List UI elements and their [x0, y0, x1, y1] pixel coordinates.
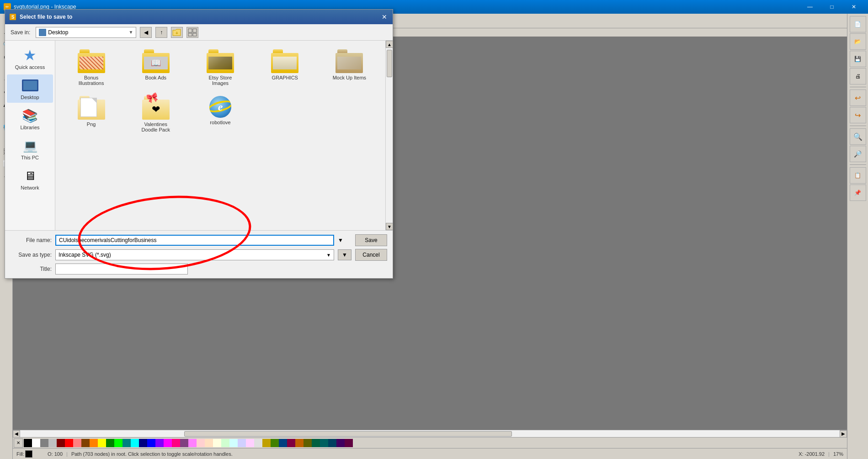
save-as-type-dropdown-trigger[interactable]: ▼	[338, 249, 351, 260]
mockup-overlay	[337, 57, 361, 69]
save-as-type-dropdown[interactable]: Inkscape SVG (*.svg) ▼	[55, 249, 334, 260]
right-btn-zoom-out[interactable]: 🔎	[850, 146, 866, 162]
file-item-book-ads[interactable]: 📖 Book Ads	[125, 46, 186, 89]
color-swatch[interactable]	[65, 439, 73, 447]
file-item-png[interactable]: Png	[61, 93, 122, 136]
sidebar-item-network[interactable]: 🖥 Network	[7, 165, 53, 193]
right-btn-open[interactable]: 📂	[850, 33, 866, 50]
color-swatch[interactable]	[279, 439, 287, 447]
color-swatch[interactable]	[304, 439, 312, 447]
scroll-up-arrow[interactable]: ▲	[386, 41, 393, 48]
color-swatch[interactable]	[139, 439, 147, 447]
file-item-robotlove[interactable]: e robotlove	[190, 93, 250, 136]
sidebar-item-libraries[interactable]: 📚 Libraries	[7, 105, 53, 133]
fill-label: Fill:	[16, 451, 24, 457]
close-button[interactable]: ✕	[843, 0, 864, 14]
color-swatch[interactable]	[73, 439, 81, 447]
file-name-dropdown-arrow[interactable]: ▼	[338, 237, 351, 243]
file-item-valentines[interactable]: ❤ 🎀 Valentines Doodle Pack	[125, 93, 186, 136]
dialog-title-bar: S Select file to save to ✕	[5, 10, 393, 24]
color-swatch[interactable]	[254, 439, 262, 447]
book-overlay: 📖	[144, 57, 168, 69]
svg-text:+: +	[176, 31, 178, 36]
file-name-row: File name: ▼ Save	[11, 234, 387, 246]
scroll-track[interactable]	[386, 48, 393, 223]
file-item-bonus-illustrations[interactable]: Bonus Illustrations	[61, 46, 122, 89]
right-btn-redo[interactable]: ↪	[850, 107, 866, 123]
cancel-button[interactable]: Cancel	[355, 249, 387, 261]
color-swatch[interactable]	[262, 439, 271, 447]
color-swatch[interactable]	[48, 439, 57, 447]
h-scrollbar[interactable]: ◀ ▶	[13, 430, 847, 437]
color-swatch[interactable]	[188, 439, 197, 447]
right-btn-save[interactable]: 💾	[850, 51, 866, 67]
mock-up-items-folder-icon	[335, 49, 363, 73]
sidebar-item-quick-access[interactable]: ★ Quick access	[7, 44, 53, 73]
minimize-button[interactable]: —	[799, 0, 820, 14]
back-button[interactable]: ◀	[140, 27, 152, 38]
h-scroll-thumb[interactable]	[184, 431, 512, 437]
file-item-graphics[interactable]: GRAPHICS	[255, 46, 315, 89]
color-swatch[interactable]	[205, 439, 213, 447]
color-swatch[interactable]	[229, 439, 238, 447]
no-color-swatch[interactable]: ✕	[14, 438, 23, 448]
scroll-thumb[interactable]	[387, 50, 392, 77]
color-swatch[interactable]	[122, 439, 131, 447]
h-scroll-track[interactable]	[20, 430, 840, 437]
scroll-right-btn[interactable]: ▶	[840, 430, 847, 438]
right-btn-zoom-in[interactable]: 🔍	[850, 128, 866, 145]
color-swatch[interactable]	[328, 439, 336, 447]
scroll-down-arrow[interactable]: ▼	[386, 223, 393, 230]
scroll-left-btn[interactable]: ◀	[13, 430, 20, 438]
file-name-input[interactable]	[55, 235, 334, 246]
right-btn-copy[interactable]: 📋	[850, 167, 866, 184]
title-input[interactable]	[55, 264, 188, 274]
desktop-icon	[22, 77, 38, 94]
color-swatch[interactable]	[147, 439, 155, 447]
color-swatch[interactable]	[98, 439, 106, 447]
zoom-level: 17%	[833, 451, 843, 457]
right-btn-new[interactable]: 📄	[850, 16, 866, 32]
color-swatch[interactable]	[90, 439, 98, 447]
file-item-etsy-store[interactable]: Etsy Store Images	[190, 46, 250, 89]
color-swatch[interactable]	[24, 439, 32, 447]
graphics-folder-icon	[271, 49, 298, 73]
color-swatch[interactable]	[32, 439, 40, 447]
color-swatch[interactable]	[164, 439, 172, 447]
color-swatch[interactable]	[213, 439, 221, 447]
save-in-dropdown[interactable]: Desktop ▼	[36, 27, 136, 38]
view-options-button[interactable]: ▼	[186, 27, 198, 38]
color-swatch[interactable]	[271, 439, 279, 447]
maximize-button[interactable]: □	[821, 0, 842, 14]
save-button[interactable]: Save	[355, 234, 387, 246]
color-swatch[interactable]	[287, 439, 295, 447]
color-swatch[interactable]	[172, 439, 180, 447]
color-swatch[interactable]	[155, 439, 164, 447]
color-swatch[interactable]	[336, 439, 345, 447]
color-swatch[interactable]	[238, 439, 246, 447]
color-swatch[interactable]	[180, 439, 188, 447]
color-strip	[24, 438, 847, 448]
color-swatch[interactable]	[106, 439, 114, 447]
color-swatch[interactable]	[131, 439, 139, 447]
sidebar-item-desktop[interactable]: Desktop	[7, 74, 53, 103]
new-folder-button[interactable]: +	[171, 27, 183, 38]
color-swatch[interactable]	[295, 439, 304, 447]
color-swatch[interactable]	[40, 439, 48, 447]
up-button[interactable]: ↑	[155, 27, 167, 38]
dialog-close-button[interactable]: ✕	[380, 12, 389, 21]
right-btn-paste[interactable]: 📌	[850, 185, 866, 201]
color-swatch[interactable]	[197, 439, 205, 447]
color-swatch[interactable]	[246, 439, 254, 447]
color-swatch[interactable]	[345, 439, 353, 447]
color-swatch[interactable]	[81, 439, 90, 447]
color-swatch[interactable]	[57, 439, 65, 447]
right-btn-print[interactable]: 🖨	[850, 68, 866, 84]
color-swatch[interactable]	[114, 439, 122, 447]
sidebar-item-this-pc[interactable]: 💻 This PC	[7, 135, 53, 163]
color-swatch[interactable]	[312, 439, 320, 447]
color-swatch[interactable]	[221, 439, 229, 447]
right-btn-undo[interactable]: ↩	[850, 90, 866, 106]
color-swatch[interactable]	[320, 439, 328, 447]
file-item-mock-up-items[interactable]: Mock Up Items	[319, 46, 380, 89]
